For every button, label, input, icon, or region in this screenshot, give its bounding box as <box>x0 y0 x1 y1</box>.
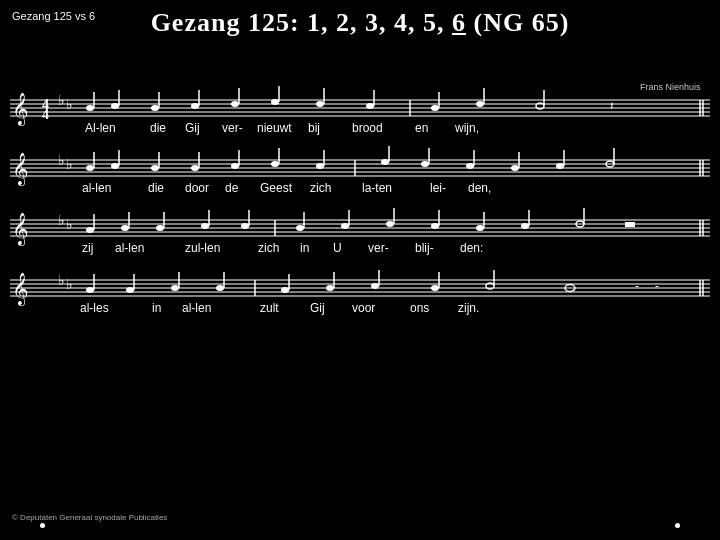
svg-text:ver-: ver- <box>368 241 389 255</box>
svg-point-18 <box>231 101 239 107</box>
svg-point-20 <box>271 99 279 105</box>
svg-text:al-len: al-len <box>115 241 144 255</box>
main-container: Gezang 125 vs 6 Gezang 125: 1, 2, 3, 4, … <box>0 0 720 540</box>
svg-text:zul-len: zul-len <box>185 241 220 255</box>
svg-text:wijn,: wijn, <box>454 121 479 135</box>
svg-text:al-les: al-les <box>80 301 109 315</box>
svg-text:zich: zich <box>258 241 279 255</box>
svg-text:Gij: Gij <box>185 121 200 135</box>
svg-text:♭: ♭ <box>66 277 73 292</box>
svg-point-107 <box>241 223 249 229</box>
svg-point-101 <box>121 225 129 231</box>
svg-point-55 <box>111 163 119 169</box>
svg-point-110 <box>296 225 304 231</box>
svg-point-116 <box>431 223 439 229</box>
svg-rect-124 <box>625 222 635 227</box>
svg-text:𝄞: 𝄞 <box>12 272 29 307</box>
svg-text:zijn.: zijn. <box>458 301 479 315</box>
sheet-music: .staff-line { stroke: #fff; stroke-width… <box>0 42 720 462</box>
svg-text:𝄞: 𝄞 <box>12 152 29 187</box>
svg-point-159 <box>431 285 439 291</box>
svg-text:Geest: Geest <box>260 181 293 195</box>
svg-text:door: door <box>185 181 209 195</box>
svg-point-22 <box>316 101 324 107</box>
svg-point-10 <box>86 105 94 111</box>
svg-text:in: in <box>300 241 309 255</box>
svg-text:♭: ♭ <box>58 93 65 108</box>
svg-point-72 <box>466 163 474 169</box>
dots-bottom <box>40 523 680 528</box>
svg-text:Gij: Gij <box>310 301 325 315</box>
svg-text:𝄞: 𝄞 <box>12 92 29 127</box>
svg-point-16 <box>191 103 199 109</box>
svg-point-68 <box>381 159 389 165</box>
svg-text:-: - <box>655 279 659 293</box>
svg-text:-: - <box>635 279 639 293</box>
svg-point-112 <box>341 223 349 229</box>
svg-text:de: de <box>225 181 239 195</box>
svg-text:Frans Nienhuis: Frans Nienhuis <box>640 82 701 92</box>
svg-text:voor: voor <box>352 301 375 315</box>
svg-point-103 <box>156 225 164 231</box>
svg-text:la-ten: la-ten <box>362 181 392 195</box>
underline-6: 6 <box>452 8 466 37</box>
dot-right <box>675 523 680 528</box>
svg-text:U: U <box>333 241 342 255</box>
svg-text:al-len: al-len <box>82 181 111 195</box>
svg-point-148 <box>171 285 179 291</box>
svg-point-155 <box>326 285 334 291</box>
svg-text:die: die <box>148 181 164 195</box>
svg-text:den:: den: <box>460 241 483 255</box>
svg-text:blij-: blij- <box>415 241 434 255</box>
svg-point-29 <box>476 101 484 107</box>
svg-text:zult: zult <box>260 301 279 315</box>
svg-point-63 <box>271 161 279 167</box>
svg-text:die: die <box>150 121 166 135</box>
svg-text:in: in <box>152 301 161 315</box>
svg-text:bij: bij <box>308 121 320 135</box>
svg-text:brood: brood <box>352 121 383 135</box>
svg-text:zich: zich <box>310 181 331 195</box>
svg-text:ons: ons <box>410 301 429 315</box>
svg-point-70 <box>421 161 429 167</box>
main-title: Gezang 125: 1, 2, 3, 4, 5, 6 (NG 65) <box>151 8 570 38</box>
svg-point-99 <box>86 227 94 233</box>
svg-point-53 <box>86 165 94 171</box>
title-bar: Gezang 125: 1, 2, 3, 4, 5, 6 (NG 65) <box>0 8 720 38</box>
svg-text:en: en <box>415 121 428 135</box>
svg-point-65 <box>316 163 324 169</box>
svg-point-76 <box>556 163 564 169</box>
svg-text:den,: den, <box>468 181 491 195</box>
svg-point-150 <box>216 285 224 291</box>
svg-text:♭: ♭ <box>66 157 73 172</box>
svg-text:♭: ♭ <box>58 213 65 228</box>
svg-point-120 <box>521 223 529 229</box>
svg-text:ver-: ver- <box>222 121 243 135</box>
svg-text:♭: ♭ <box>58 153 65 168</box>
svg-point-114 <box>386 221 394 227</box>
svg-text:𝄞: 𝄞 <box>12 212 29 247</box>
svg-text:♭: ♭ <box>66 97 73 112</box>
svg-point-118 <box>476 225 484 231</box>
svg-point-146 <box>126 287 134 293</box>
dot-left <box>40 523 45 528</box>
svg-text:zij: zij <box>82 241 93 255</box>
svg-point-157 <box>371 283 379 289</box>
svg-point-105 <box>201 223 209 229</box>
svg-point-24 <box>366 103 374 109</box>
svg-point-27 <box>431 105 439 111</box>
copyright: © Deputaten Generaal synodale Publicatie… <box>12 513 167 522</box>
svg-point-74 <box>511 165 519 171</box>
svg-point-153 <box>281 287 289 293</box>
svg-text:al-len: al-len <box>182 301 211 315</box>
svg-point-57 <box>151 165 159 171</box>
svg-text:♭: ♭ <box>58 273 65 288</box>
svg-text:4: 4 <box>42 107 49 122</box>
svg-text:Al-len: Al-len <box>85 121 116 135</box>
svg-point-144 <box>86 287 94 293</box>
svg-point-61 <box>231 163 239 169</box>
svg-text:nieuwt: nieuwt <box>257 121 292 135</box>
svg-point-59 <box>191 165 199 171</box>
svg-text:♭: ♭ <box>66 217 73 232</box>
svg-text:lei-: lei- <box>430 181 446 195</box>
